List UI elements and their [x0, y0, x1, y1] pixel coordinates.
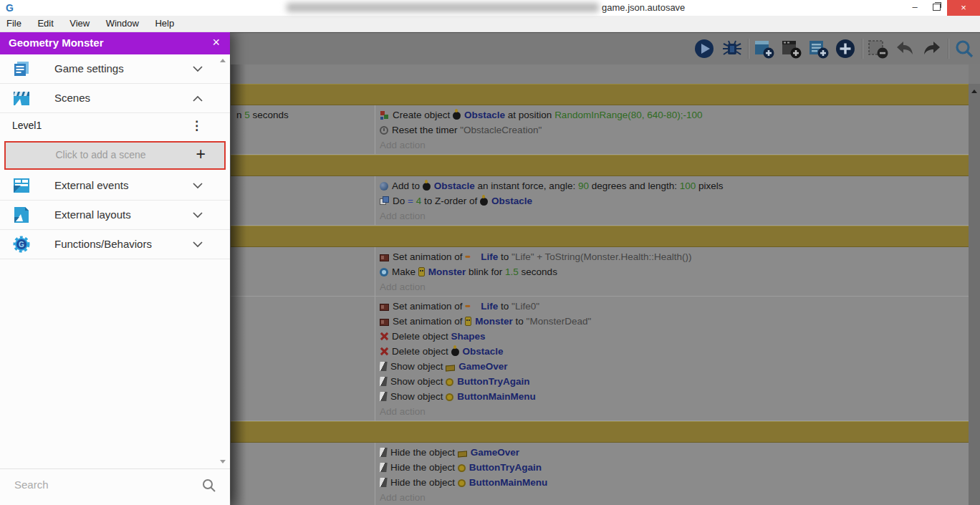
instruction-line[interactable]: Hide the object GameOver	[380, 445, 966, 460]
event-row[interactable]: Set animation of Life to "Life0"Set anim…	[231, 297, 969, 421]
instruction-line[interactable]: Hide the object ButtonTryAgain	[380, 460, 966, 475]
instruction-line[interactable]: Show object GameOver	[380, 359, 966, 374]
conditions-cell[interactable]: n 5 seconds	[231, 105, 375, 154]
sidebar-scroll-up-icon[interactable]	[220, 59, 226, 62]
text-segment: Set animation of	[393, 251, 465, 262]
actions-cell[interactable]: Hide the object GameOverHide the object …	[375, 443, 969, 505]
text-segment: Show object	[390, 361, 446, 372]
actions-cell[interactable]: Create object Obstacle at position Rando…	[375, 105, 969, 154]
event-row[interactable]: Set animation of Life to "Life" + ToStri…	[231, 247, 969, 297]
restore-button[interactable]	[926, 0, 947, 16]
toolbar-separator	[862, 39, 863, 59]
add-action-link[interactable]: Add action	[380, 208, 966, 223]
actions-cell[interactable]: Add to Obstacle an instant force, angle:…	[375, 176, 969, 225]
add-action-link[interactable]: Add action	[380, 490, 966, 505]
instruction-line[interactable]: Make Monster blink for 1.5 seconds	[380, 264, 966, 279]
instruction-line[interactable]: Delete object Obstacle	[380, 344, 966, 359]
menu-view[interactable]: View	[63, 16, 96, 29]
events-scrollbar[interactable]	[969, 84, 980, 505]
text-segment: 90	[578, 181, 589, 191]
chevron-down-icon[interactable]	[193, 66, 203, 72]
sidebar-item-scenes[interactable]: Scenes	[0, 84, 230, 113]
object-name: GameOver	[458, 361, 507, 372]
bomb-icon	[480, 198, 488, 206]
conditions-cell[interactable]	[231, 247, 375, 296]
chevron-up-icon[interactable]	[193, 95, 203, 102]
scene-item-level1[interactable]: Level1 ⋮	[0, 113, 230, 140]
debug-icon[interactable]	[721, 37, 744, 60]
text-segment: degrees and length:	[589, 181, 680, 191]
instruction-line[interactable]: Reset the timer "ObstacleCreation"	[380, 122, 966, 138]
add-action-link[interactable]: Add action	[380, 138, 966, 153]
add-events-group-icon[interactable]	[779, 37, 802, 60]
chevron-down-icon[interactable]	[193, 241, 203, 248]
add-object-icon[interactable]	[752, 37, 775, 60]
conditions-cell[interactable]	[231, 176, 375, 225]
instruction-line[interactable]: Add to Obstacle an instant force, angle:…	[380, 178, 966, 193]
event-group-header[interactable]	[231, 421, 969, 443]
sidebar-item-game-settings[interactable]: Game settings	[0, 54, 230, 84]
gameover-icon	[458, 451, 467, 458]
close-icon[interactable]: ×	[212, 34, 220, 50]
add-action-label: Add action	[380, 211, 426, 221]
chevron-down-icon[interactable]	[193, 212, 203, 218]
minimize-button[interactable]: –	[904, 0, 926, 16]
instruction-line[interactable]: Show object ButtonTryAgain	[380, 374, 966, 389]
event-group-header[interactable]	[231, 226, 969, 247]
event-group-header[interactable]	[231, 155, 969, 176]
menu-window[interactable]: Window	[100, 16, 145, 29]
search-icon[interactable]	[953, 37, 976, 60]
scenes-icon	[12, 89, 31, 107]
instruction-line[interactable]: Show object ButtonMainMenu	[380, 389, 966, 404]
project-title: Geometry Monster	[9, 37, 104, 49]
instruction-line[interactable]: n 5 seconds	[236, 107, 372, 122]
chevron-down-icon[interactable]	[193, 183, 203, 189]
menu-help[interactable]: Help	[148, 16, 181, 29]
undo-icon[interactable]	[893, 37, 916, 60]
menu-file[interactable]: File	[0, 16, 28, 29]
add-event-icon[interactable]	[834, 37, 857, 60]
event-row-partial[interactable]	[231, 63, 969, 84]
event-group-header[interactable]	[231, 84, 969, 105]
redacted-title-path	[287, 3, 599, 12]
events-sheet[interactable]: n 5 secondsCreate object Obstacle at pos…	[231, 63, 969, 505]
event-row[interactable]: Add to Obstacle an instant force, angle:…	[231, 176, 969, 226]
sidebar-scroll-down-icon[interactable]	[220, 460, 226, 463]
event-row[interactable]: n 5 secondsCreate object Obstacle at pos…	[231, 105, 969, 155]
delete-icon	[380, 332, 388, 341]
add-comment-icon[interactable]	[807, 37, 830, 60]
instruction-line[interactable]: Do = 4 to Z-order of Obstacle	[380, 193, 966, 208]
instruction-line[interactable]: Set animation of Monster to "MonsterDead…	[380, 314, 966, 329]
actions-cell[interactable]: Set animation of Life to "Life" + ToStri…	[375, 247, 969, 296]
more-options-icon[interactable]: ⋮	[191, 118, 203, 133]
remove-event-icon[interactable]	[866, 37, 889, 60]
add-action-link[interactable]: Add action	[380, 279, 966, 294]
sidebar-item-external-events[interactable]: External events	[0, 171, 230, 201]
redo-icon[interactable]	[921, 37, 943, 60]
menu-edit[interactable]: Edit	[31, 16, 59, 29]
sidebar-item-external-layouts[interactable]: External layouts	[0, 201, 230, 230]
search-icon[interactable]	[201, 478, 217, 494]
event-row[interactable]: Hide the object GameOverHide the object …	[231, 443, 969, 505]
scroll-up-icon[interactable]	[971, 90, 977, 93]
instruction-line[interactable]: Hide the object ButtonMainMenu	[380, 475, 966, 490]
sidebar-item-functions-behaviors[interactable]: G Functions/Behaviors	[0, 230, 230, 259]
search-input[interactable]	[13, 478, 195, 491]
play-icon[interactable]	[693, 37, 716, 60]
instruction-line[interactable]: Delete object Shapes	[380, 329, 966, 344]
add-action-link[interactable]: Add action	[380, 404, 966, 419]
conditions-cell[interactable]	[231, 297, 375, 420]
text-segment: at position	[505, 110, 554, 120]
conditions-cell[interactable]	[231, 443, 375, 505]
object-name: ButtonMainMenu	[469, 477, 547, 488]
close-button[interactable]: ×	[947, 0, 980, 16]
instruction-line[interactable]: Create object Obstacle at position Rando…	[380, 107, 966, 122]
text-segment: "Life" + ToString(Monster.Health::Health…	[511, 251, 691, 262]
coin-icon	[458, 479, 466, 487]
instruction-line[interactable]: Set animation of Life to "Life" + ToStri…	[380, 249, 966, 264]
add-scene-button[interactable]: Click to add a scene +	[4, 141, 226, 170]
actions-cell[interactable]: Set animation of Life to "Life0"Set anim…	[375, 297, 969, 420]
instruction-line[interactable]: Set animation of Life to "Life0"	[380, 299, 966, 314]
external-events-icon	[12, 176, 31, 195]
title-bar: G game.json.autosave – ×	[0, 0, 980, 16]
